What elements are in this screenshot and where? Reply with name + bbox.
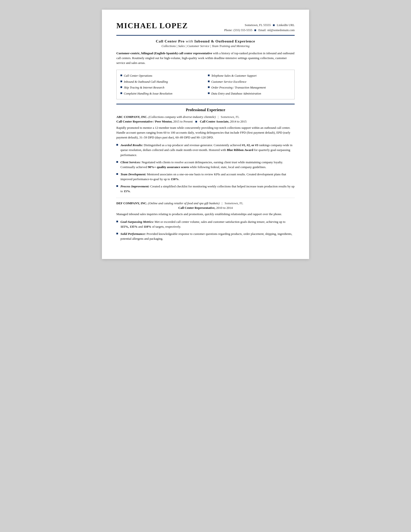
job-dates-abc-2: 2014 to 2015: [230, 120, 247, 123]
email-address: ml@somedomain.com: [267, 28, 295, 33]
skill-bullet-7: [208, 86, 210, 88]
title-bullet-abc: [195, 121, 197, 123]
skill-bullet-4: [120, 92, 122, 94]
skill-item-3: Skip Tracing & Internet Research: [120, 85, 203, 91]
sq-bullet-abc-2: [116, 161, 118, 163]
bullet-rest2-abc-4: .: [130, 189, 131, 193]
sq-bullet-abc-3: [116, 173, 118, 175]
company-name-abc: ABC COMPANY, INC.: [116, 115, 148, 119]
company-block-def: DEF COMPANY, INC. (Online and catalog re…: [116, 201, 295, 241]
job-dates-abc-1: 2015 to Present: [173, 120, 193, 123]
summary-section: Customer-centric, bilingual (English-Spa…: [116, 51, 295, 65]
bullet-bold2-abc-4: 15%: [124, 189, 130, 193]
skills-right: Telephone Sales & Customer Support Custo…: [208, 73, 291, 97]
bullet-text-abc-3: Team Development: Mentored associates on…: [120, 172, 295, 181]
job-title-line-abc: Call Center Representative / Peer Mentor…: [116, 120, 295, 124]
skill-label-8: Data Entry and Database Administration: [211, 91, 261, 96]
contact-bullet-1: [273, 24, 275, 26]
bullet-bold-abc-3: Team Development:: [120, 172, 146, 176]
bullet-list-def: Goal-Surpassing Metrics: Met or exceeded…: [116, 219, 295, 241]
skill-label-2: Inbound & Outbound Call Handling: [124, 80, 168, 84]
skills-grid: Call Center Operations Inbound & Outboun…: [120, 73, 291, 97]
skill-item-4: Complaint Handling & Issue Resolution: [120, 91, 203, 97]
bullet-rest2-abc-3: .: [179, 177, 180, 181]
title-main2: Inbound & Outbound Experience: [194, 39, 255, 43]
job-dates-def: 2010 to 2014: [216, 206, 233, 209]
title-with-text: with: [186, 39, 193, 43]
bullet-bold2-abc-2: 90%+ quality assurance scores: [148, 165, 189, 169]
main-title: Call Center Pro with Inbound & Outbound …: [116, 39, 295, 43]
skill-item-2: Inbound & Outbound Call Handling: [120, 79, 203, 85]
skill-bullet-3: [120, 86, 122, 88]
bullet-bold2-abc-3: 150%: [171, 177, 179, 181]
bullet-list-abc: Awarded Results: Distinguished as a top …: [116, 143, 295, 194]
bullet-bold2-abc-1: #1, #2, or #3: [242, 143, 258, 147]
linkedin-url: LinkedIn URL: [277, 23, 295, 28]
bullet-item-def-1: Goal-Surpassing Metrics: Met or exceeded…: [116, 219, 295, 229]
title-subtitle: Collections | Sales | Customer Service |…: [116, 44, 295, 48]
professional-experience-header: Professional Experience: [116, 108, 295, 112]
skill-label-3: Skip Tracing & Internet Research: [124, 85, 164, 90]
bullet-bold2-def-1: 115%, 135%: [120, 225, 137, 228]
skills-left: Call Center Operations Inbound & Outboun…: [120, 73, 203, 97]
bullet-bold3-abc-1: Blue Ribbon Award: [227, 148, 254, 152]
skill-bullet-1: [120, 75, 122, 76]
company-location-def: Sometown, FL: [225, 201, 243, 205]
bullet-bold3-def-1: 110%: [144, 225, 151, 228]
skill-bullet-2: [120, 81, 122, 82]
contact-line-2: Phone: (555) 555-5555 Email: ml@somedoma…: [224, 28, 295, 33]
bullet-text-def-1: Goal-Surpassing Metrics: Met or exceeded…: [120, 219, 295, 229]
skills-box: Call Center Operations Inbound & Outboun…: [116, 70, 295, 99]
summary-bold: Customer-centric, bilingual (English-Spa…: [116, 51, 212, 55]
skill-item-7: Order Processing / Transaction Managemen…: [208, 85, 291, 91]
name-block: Michael Lopez: [116, 21, 188, 30]
phone-number: (555) 555-5555: [233, 28, 252, 33]
skill-label-6: Customer Service Excellence: [211, 80, 247, 84]
company-desc-text-def: (Online and catalog retailer of food and…: [148, 201, 219, 205]
job-title-abc-1: Call Center Representative / Peer Mentor…: [116, 120, 173, 123]
company-location-abc: Sometown, FL: [221, 115, 239, 119]
sq-bullet-abc-4: [116, 185, 118, 187]
title-with: with: [186, 39, 194, 43]
job-title-abc-2: Call Center Associate,: [200, 120, 229, 123]
skill-label-7: Order Processing / Transaction Managemen…: [211, 85, 266, 90]
applicant-name: Michael Lopez: [116, 21, 188, 30]
skills-divider: [116, 104, 295, 104]
skill-bullet-5: [208, 75, 210, 76]
title-main: Call Center Pro: [156, 39, 184, 43]
company-block-abc: ABC COMPANY, INC. (Collections company w…: [116, 115, 295, 194]
bullet-text-abc-2: Client Services: Negotiated with clients…: [120, 160, 295, 170]
bullet-rest-def-2: Provided knowledgeable response to custo…: [120, 232, 292, 240]
bullet-rest2-abc-2: while following federal, state, local an…: [189, 165, 266, 169]
company-desc-def: (Online and catalog retailer of food and…: [148, 201, 219, 205]
company-desc-text-abc: (Collections company with diverse-indust…: [148, 115, 216, 119]
company-body-abc: Rapidly promoted to mentor a 12-member t…: [116, 125, 295, 140]
contact-bullet-2: [254, 29, 256, 31]
resume-document: Michael Lopez Sometown, FL 55555 LinkedI…: [102, 10, 309, 259]
bullet-rest-def-1: Met or exceeded call center volume, sale…: [154, 220, 285, 224]
bullet-text-abc-1: Awarded Results: Distinguished as a top …: [120, 143, 295, 157]
bullet-item-abc-4: Process Improvement: Created a simplifie…: [116, 184, 295, 194]
contact-block: Sometown, FL 55555 LinkedIn URL Phone: (…: [224, 21, 295, 33]
city-state: Sometown, FL 55555: [245, 23, 271, 28]
bullet-item-abc-3: Team Development: Mentored associates on…: [116, 172, 295, 181]
company-header-abc: ABC COMPANY, INC. (Collections company w…: [116, 115, 295, 119]
bullet-rest2-def-1: and: [137, 225, 144, 228]
contact-line-1: Sometown, FL 55555 LinkedIn URL: [224, 23, 295, 28]
pipe-sep-abc: |: [218, 115, 219, 119]
skill-label-5: Telephone Sales & Customer Support: [211, 74, 256, 78]
job-title-line-def: Call Center Representative, 2010 to 2014: [116, 206, 295, 210]
sq-bullet-def-2: [116, 233, 118, 234]
company-desc-abc: (Collections company with diverse-indust…: [148, 115, 216, 119]
company-body-def: Managed inbound sales inquiries relating…: [116, 212, 295, 217]
bullet-item-def-2: Solid Performance: Provided knowledgeabl…: [116, 231, 295, 241]
phone-label: Phone:: [224, 28, 233, 33]
skill-item-1: Call Center Operations: [120, 73, 203, 79]
skill-bullet-8: [208, 92, 210, 94]
skill-item-8: Data Entry and Database Administration: [208, 91, 291, 97]
bullet-rest3-def-1: of targets, respectively.: [151, 225, 181, 228]
bullet-rest-abc-1: Distinguished as a top producer and reve…: [143, 143, 242, 147]
header-divider: [116, 35, 295, 36]
bullet-text-abc-4: Process Improvement: Created a simplifie…: [120, 184, 295, 194]
header-section: Michael Lopez Sometown, FL 55555 LinkedI…: [116, 21, 295, 33]
